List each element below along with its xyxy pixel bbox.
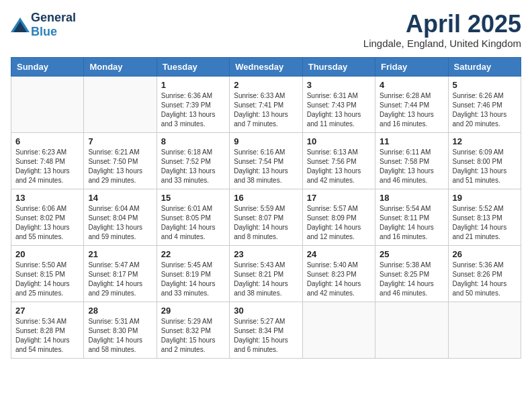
day-number: 25 <box>380 249 443 259</box>
day-number: 5 <box>453 80 517 90</box>
week-row-5: 27Sunrise: 5:34 AM Sunset: 8:28 PM Dayli… <box>11 302 521 358</box>
day-number: 11 <box>380 136 443 146</box>
calendar-cell: 26Sunrise: 5:36 AM Sunset: 8:26 PM Dayli… <box>448 245 521 302</box>
day-number: 26 <box>453 249 517 259</box>
day-number: 3 <box>307 80 371 90</box>
day-info: Sunrise: 5:43 AM Sunset: 8:21 PM Dayligh… <box>234 261 298 298</box>
calendar-cell: 29Sunrise: 5:29 AM Sunset: 8:32 PM Dayli… <box>157 302 229 358</box>
day-number: 14 <box>88 193 152 203</box>
calendar-cell: 4Sunrise: 6:28 AM Sunset: 7:44 PM Daylig… <box>375 76 448 132</box>
weekday-header-row: SundayMondayTuesdayWednesdayThursdayFrid… <box>11 57 521 76</box>
day-number: 1 <box>161 80 225 90</box>
logo: General Blue <box>11 11 76 39</box>
day-info: Sunrise: 6:09 AM Sunset: 8:00 PM Dayligh… <box>453 148 517 185</box>
day-info: Sunrise: 6:06 AM Sunset: 8:02 PM Dayligh… <box>15 204 79 242</box>
day-number: 30 <box>234 306 298 316</box>
calendar-cell <box>302 302 375 358</box>
day-number: 18 <box>380 193 443 203</box>
calendar-cell: 27Sunrise: 5:34 AM Sunset: 8:28 PM Dayli… <box>11 302 84 358</box>
calendar-cell: 23Sunrise: 5:43 AM Sunset: 8:21 PM Dayli… <box>230 245 302 302</box>
week-row-3: 13Sunrise: 6:06 AM Sunset: 8:02 PM Dayli… <box>11 189 521 245</box>
day-info: Sunrise: 6:31 AM Sunset: 7:43 PM Dayligh… <box>307 91 371 129</box>
calendar-cell: 28Sunrise: 5:31 AM Sunset: 8:30 PM Dayli… <box>84 302 157 358</box>
day-info: Sunrise: 5:59 AM Sunset: 8:07 PM Dayligh… <box>234 204 298 242</box>
day-number: 29 <box>161 306 225 316</box>
weekday-header-sunday: Sunday <box>11 57 84 76</box>
calendar-cell: 21Sunrise: 5:47 AM Sunset: 8:17 PM Dayli… <box>84 245 157 302</box>
day-number: 6 <box>15 136 79 146</box>
day-info: Sunrise: 6:01 AM Sunset: 8:05 PM Dayligh… <box>161 204 225 242</box>
day-number: 7 <box>88 136 152 146</box>
logo-icon <box>11 17 30 32</box>
calendar-cell: 24Sunrise: 5:40 AM Sunset: 8:23 PM Dayli… <box>302 245 375 302</box>
calendar-cell: 11Sunrise: 6:11 AM Sunset: 7:58 PM Dayli… <box>375 132 448 189</box>
weekday-header-saturday: Saturday <box>448 57 521 76</box>
calendar-cell <box>375 302 448 358</box>
day-number: 22 <box>161 249 225 259</box>
calendar-cell <box>84 76 157 132</box>
calendar-cell: 18Sunrise: 5:54 AM Sunset: 8:11 PM Dayli… <box>375 189 448 245</box>
calendar-cell: 7Sunrise: 6:21 AM Sunset: 7:50 PM Daylig… <box>84 132 157 189</box>
weekday-header-friday: Friday <box>375 57 448 76</box>
day-info: Sunrise: 6:23 AM Sunset: 7:48 PM Dayligh… <box>15 148 79 185</box>
weekday-header-wednesday: Wednesday <box>230 57 302 76</box>
day-number: 8 <box>161 136 225 146</box>
calendar-cell: 10Sunrise: 6:13 AM Sunset: 7:56 PM Dayli… <box>302 132 375 189</box>
day-info: Sunrise: 6:18 AM Sunset: 7:52 PM Dayligh… <box>161 148 225 185</box>
calendar-cell: 12Sunrise: 6:09 AM Sunset: 8:00 PM Dayli… <box>448 132 521 189</box>
day-number: 23 <box>234 249 298 259</box>
day-number: 12 <box>453 136 517 146</box>
weekday-header-monday: Monday <box>84 57 157 76</box>
day-info: Sunrise: 6:36 AM Sunset: 7:39 PM Dayligh… <box>161 91 225 129</box>
day-info: Sunrise: 5:27 AM Sunset: 8:34 PM Dayligh… <box>234 317 298 355</box>
day-number: 15 <box>161 193 225 203</box>
page-header: General Blue April 2025 Lingdale, Englan… <box>11 11 521 49</box>
week-row-1: 1Sunrise: 6:36 AM Sunset: 7:39 PM Daylig… <box>11 76 521 132</box>
day-info: Sunrise: 5:40 AM Sunset: 8:23 PM Dayligh… <box>307 261 371 298</box>
calendar-cell: 14Sunrise: 6:04 AM Sunset: 8:04 PM Dayli… <box>84 189 157 245</box>
logo-blue-text: Blue <box>31 25 57 38</box>
day-number: 16 <box>234 193 298 203</box>
calendar-cell: 22Sunrise: 5:45 AM Sunset: 8:19 PM Dayli… <box>157 245 229 302</box>
day-number: 27 <box>15 306 79 316</box>
weekday-header-thursday: Thursday <box>302 57 375 76</box>
calendar-cell: 8Sunrise: 6:18 AM Sunset: 7:52 PM Daylig… <box>157 132 229 189</box>
day-info: Sunrise: 6:11 AM Sunset: 7:58 PM Dayligh… <box>380 148 443 185</box>
title-block: April 2025 Lingdale, England, United Kin… <box>363 11 521 49</box>
calendar-cell: 30Sunrise: 5:27 AM Sunset: 8:34 PM Dayli… <box>230 302 302 358</box>
day-number: 20 <box>15 249 79 259</box>
calendar-cell <box>448 302 521 358</box>
day-number: 19 <box>453 193 517 203</box>
day-info: Sunrise: 5:29 AM Sunset: 8:32 PM Dayligh… <box>161 317 225 355</box>
day-number: 10 <box>307 136 371 146</box>
day-info: Sunrise: 5:31 AM Sunset: 8:30 PM Dayligh… <box>88 317 152 355</box>
calendar-cell: 1Sunrise: 6:36 AM Sunset: 7:39 PM Daylig… <box>157 76 229 132</box>
calendar-cell: 16Sunrise: 5:59 AM Sunset: 8:07 PM Dayli… <box>230 189 302 245</box>
week-row-2: 6Sunrise: 6:23 AM Sunset: 7:48 PM Daylig… <box>11 132 521 189</box>
calendar-cell: 19Sunrise: 5:52 AM Sunset: 8:13 PM Dayli… <box>448 189 521 245</box>
logo-general-text: General <box>31 11 76 24</box>
calendar-cell: 20Sunrise: 5:50 AM Sunset: 8:15 PM Dayli… <box>11 245 84 302</box>
calendar-cell: 3Sunrise: 6:31 AM Sunset: 7:43 PM Daylig… <box>302 76 375 132</box>
day-info: Sunrise: 6:04 AM Sunset: 8:04 PM Dayligh… <box>88 204 152 242</box>
day-number: 21 <box>88 249 152 259</box>
weekday-header-tuesday: Tuesday <box>157 57 229 76</box>
day-number: 17 <box>307 193 371 203</box>
day-info: Sunrise: 5:54 AM Sunset: 8:11 PM Dayligh… <box>380 204 443 242</box>
day-info: Sunrise: 5:36 AM Sunset: 8:26 PM Dayligh… <box>453 261 517 298</box>
calendar-cell: 5Sunrise: 6:26 AM Sunset: 7:46 PM Daylig… <box>448 76 521 132</box>
day-info: Sunrise: 6:28 AM Sunset: 7:44 PM Dayligh… <box>380 91 443 129</box>
day-info: Sunrise: 5:38 AM Sunset: 8:25 PM Dayligh… <box>380 261 443 298</box>
day-number: 4 <box>380 80 443 90</box>
day-number: 13 <box>15 193 79 203</box>
day-number: 28 <box>88 306 152 316</box>
day-info: Sunrise: 6:33 AM Sunset: 7:41 PM Dayligh… <box>234 91 298 129</box>
day-number: 24 <box>307 249 371 259</box>
calendar-cell <box>11 76 84 132</box>
calendar-cell: 6Sunrise: 6:23 AM Sunset: 7:48 PM Daylig… <box>11 132 84 189</box>
day-info: Sunrise: 5:57 AM Sunset: 8:09 PM Dayligh… <box>307 204 371 242</box>
week-row-4: 20Sunrise: 5:50 AM Sunset: 8:15 PM Dayli… <box>11 245 521 302</box>
day-number: 2 <box>234 80 298 90</box>
calendar-cell: 17Sunrise: 5:57 AM Sunset: 8:09 PM Dayli… <box>302 189 375 245</box>
month-title: April 2025 <box>363 11 521 38</box>
